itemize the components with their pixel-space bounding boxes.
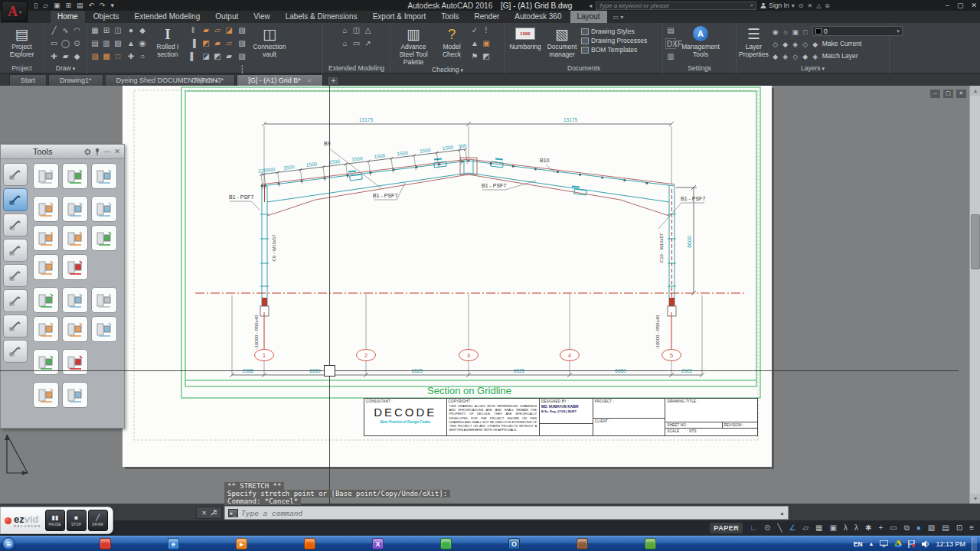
- level-symbol-icon[interactable]: ◫: [113, 25, 123, 36]
- bom-templates-button[interactable]: BOM Templates: [581, 46, 647, 54]
- tool-tile[interactable]: [91, 225, 117, 251]
- taskbar-app-media-player[interactable]: ▸: [236, 538, 247, 549]
- rectangle-icon[interactable]: ▭: [49, 38, 60, 49]
- ribbon-tab-labels-dimensions[interactable]: Labels & Dimensions: [279, 11, 364, 23]
- search-collapse-icon[interactable]: ◂: [589, 2, 592, 9]
- project-explorer-button[interactable]: ▤ Project Explorer: [3, 24, 41, 59]
- hole-icon[interactable]: ◉: [137, 38, 148, 49]
- workspace-switching-icon[interactable]: +: [878, 524, 883, 532]
- save-icon[interactable]: ▣: [54, 2, 60, 9]
- file-tab-start[interactable]: Start: [9, 74, 47, 86]
- palette-tab-user-icon[interactable]: [3, 214, 28, 236]
- ribbon-tab-home[interactable]: Home: [51, 11, 85, 23]
- paper-space-button[interactable]: PAPER: [710, 523, 743, 533]
- scrollbar-thumb[interactable]: [971, 214, 980, 269]
- autoscale-icon[interactable]: λ: [854, 524, 858, 532]
- group-label-draw[interactable]: Draw: [44, 64, 87, 73]
- palette-tab-selection-icon[interactable]: [3, 264, 28, 287]
- drawing-area[interactable]: 13175 13175: [0, 86, 980, 504]
- layer-prev-icon[interactable]: ◇: [791, 51, 800, 62]
- snap-mode-icon[interactable]: ▣: [830, 524, 837, 532]
- object-snap-icon[interactable]: ∠: [789, 524, 795, 532]
- tool-tile[interactable]: [62, 316, 88, 342]
- layer-make-current-icon[interactable]: ◆: [811, 39, 820, 50]
- beam-c-icon[interactable]: ▧: [113, 38, 123, 49]
- drawing-styles-button[interactable]: Drawing Styles: [581, 28, 647, 35]
- shear-stud-icon[interactable]: ▲: [126, 38, 136, 49]
- drawing-processes-button[interactable]: Drawing Processes: [581, 37, 647, 44]
- 3d-object-snap-icon[interactable]: ▱: [802, 524, 808, 532]
- pin-icon[interactable]: [95, 148, 100, 155]
- palette-tab-tools-icon[interactable]: [3, 188, 28, 211]
- vertical-scrollbar[interactable]: ▲ ▼: [969, 86, 980, 504]
- qat-dropdown-icon[interactable]: ▾: [111, 2, 115, 9]
- circle-icon[interactable]: ◯: [60, 38, 71, 49]
- taskbar-app-internet-explorer[interactable]: e: [168, 538, 179, 549]
- model-check-button[interactable]: ? Model Check: [436, 24, 467, 59]
- layer-properties-button[interactable]: ☰ Layer Properties: [739, 24, 769, 59]
- language-indicator[interactable]: EN: [854, 540, 863, 548]
- doc-restore-button[interactable]: ▢: [943, 90, 953, 98]
- ribbon-tab-layout[interactable]: Layout: [570, 11, 607, 23]
- layer-unisolate-icon[interactable]: ◆: [781, 39, 790, 50]
- stay-connected-icon[interactable]: △: [816, 2, 821, 9]
- layer-walk-icon[interactable]: ◆: [771, 51, 780, 62]
- palette-tab-chart-arrow-icon[interactable]: [3, 239, 28, 262]
- annotation-scale-icon[interactable]: ✱: [865, 524, 871, 532]
- tool-tile[interactable]: [62, 163, 88, 189]
- beam-a-icon[interactable]: ▤: [90, 38, 100, 49]
- stop-button[interactable]: ■STOP: [67, 510, 87, 531]
- annotation-visibility-icon[interactable]: λ: [844, 524, 848, 532]
- command-history-expand-icon[interactable]: ▲: [779, 510, 785, 516]
- group-label-checking[interactable]: Checking: [390, 66, 505, 74]
- contour-icon[interactable]: ○: [137, 51, 148, 62]
- layer-unlock-icon[interactable]: □: [801, 27, 810, 37]
- tool-tile[interactable]: [33, 287, 59, 313]
- pause-button[interactable]: ▮▮PAUSE: [45, 510, 65, 531]
- rolled-i-section-button[interactable]: I Rolled I section: [150, 24, 185, 59]
- tool-tile[interactable]: [33, 225, 59, 251]
- google-drive-icon[interactable]: [894, 540, 902, 547]
- railing-icon[interactable]: ◫: [351, 25, 362, 36]
- ribbon-tab-export-import[interactable]: Export & Import: [366, 11, 433, 23]
- layer-delete-icon[interactable]: ◈: [811, 51, 820, 62]
- layer-lock-icon[interactable]: ▣: [791, 27, 800, 37]
- notch-icon[interactable]: ◩: [212, 51, 223, 62]
- point-icon[interactable]: ⊙: [72, 38, 83, 49]
- plate-fold-icon[interactable]: ▱: [212, 25, 223, 36]
- weld-icon[interactable]: ✚: [126, 51, 136, 62]
- layer-on-icon[interactable]: ◉: [771, 27, 780, 37]
- steel-check-icon[interactable]: ◩: [481, 51, 492, 62]
- action-center-flag-icon[interactable]: [908, 540, 916, 548]
- doc-close-button[interactable]: ✕: [956, 90, 966, 98]
- taskbar-app-app-x[interactable]: X: [372, 538, 384, 549]
- compound-beam-icon[interactable]: ▐: [188, 38, 198, 49]
- layer-match-a-icon[interactable]: ◈: [781, 51, 790, 62]
- tool-tile[interactable]: [33, 254, 59, 280]
- layout-paper[interactable]: 13175 13175: [122, 86, 772, 467]
- ribbon-tab-extended-modeling[interactable]: Extended Modeling: [128, 11, 207, 23]
- show-desktop-button[interactable]: [972, 537, 977, 551]
- scroll-down-icon[interactable]: ▼: [970, 494, 980, 504]
- document-manager-button[interactable]: ▧ Document manager: [545, 24, 579, 59]
- taskbar-app-photo-app[interactable]: [440, 538, 452, 549]
- tool-tile[interactable]: [33, 382, 59, 408]
- taskbar-app-people-app[interactable]: [577, 538, 588, 549]
- quick-properties-icon[interactable]: ▭: [890, 524, 897, 532]
- palette-minimize-icon[interactable]: —: [103, 148, 110, 155]
- customization-icon[interactable]: ≡: [969, 524, 974, 532]
- camera-icon[interactable]: ┆: [237, 64, 247, 75]
- tool-tile[interactable]: [91, 316, 117, 342]
- make-current-button[interactable]: Make Current: [822, 40, 862, 47]
- import-settings-icon[interactable]: ▥: [665, 51, 676, 62]
- volume-icon[interactable]: [922, 540, 929, 548]
- restore-button[interactable]: ▢: [957, 2, 964, 9]
- numbering-button[interactable]: 1000 Numbering: [508, 24, 543, 51]
- database-check-icon[interactable]: ▣: [481, 38, 492, 49]
- hatch-icon[interactable]: ✚: [49, 51, 60, 62]
- sign-in-button[interactable]: Sign In ▾: [760, 2, 794, 9]
- tools-palette[interactable]: Tools — ✕: [0, 144, 125, 429]
- taskbar-app-windows-app[interactable]: [645, 538, 656, 549]
- clash-check-icon[interactable]: ✓: [469, 25, 480, 36]
- audit-icon[interactable]: !: [481, 25, 492, 36]
